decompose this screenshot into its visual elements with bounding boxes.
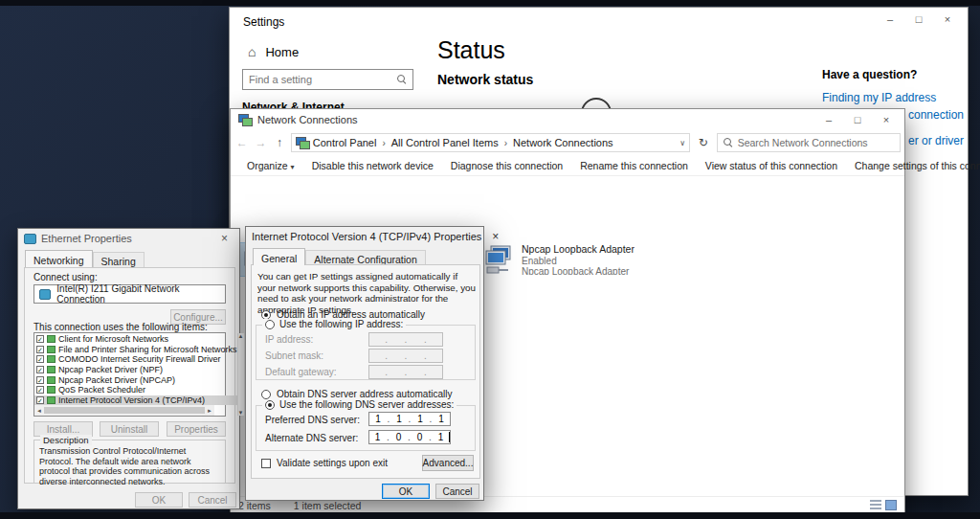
- search-icon: [724, 138, 733, 147]
- close-icon[interactable]: ×: [872, 110, 901, 129]
- network-status-heading: Network status: [437, 72, 533, 87]
- properties-button[interactable]: Properties: [167, 421, 226, 437]
- breadcrumb-item[interactable]: All Control Panel Items: [391, 137, 499, 148]
- back-icon[interactable]: ←: [234, 136, 250, 149]
- advanced-button[interactable]: Advanced...: [422, 455, 474, 471]
- nic-icon: [39, 289, 51, 300]
- gateway-row: Default gateway:: [265, 367, 337, 377]
- eth-titlebar: Ethernet Properties ×: [18, 229, 239, 248]
- occluded-link-fragment-1[interactable]: connection: [908, 108, 964, 122]
- close-icon[interactable]: ×: [486, 230, 504, 243]
- radio-selected-icon[interactable]: [265, 400, 275, 410]
- minimize-icon[interactable]: –: [876, 10, 904, 29]
- connection-tile-npcap[interactable]: Npcap Loopback Adapter Enabled Npcap Loo…: [479, 242, 652, 277]
- description-label: Description: [40, 435, 92, 445]
- selected-count: 1 item selected: [294, 500, 362, 511]
- home-label: Home: [265, 45, 299, 59]
- alternate-dns-field[interactable]: 1.0.0.1: [368, 430, 451, 444]
- list-item[interactable]: ✓File and Printer Sharing for Microsoft …: [34, 345, 237, 355]
- occluded-link-fragment-2[interactable]: er or driver: [908, 134, 964, 147]
- finding-ip-link[interactable]: Finding my IP address: [822, 91, 936, 104]
- change-settings-button[interactable]: Change settings of this connection: [846, 160, 980, 171]
- nc-titlebar: Network Connections – □ ×: [231, 109, 904, 130]
- rename-connection-button[interactable]: Rename this connection: [571, 160, 697, 171]
- tab-networking[interactable]: Networking: [25, 250, 93, 267]
- breadcrumb-separator: ›: [502, 138, 509, 148]
- tab-general[interactable]: General: [253, 248, 305, 265]
- disable-device-button[interactable]: Disable this network device: [303, 160, 442, 171]
- default-gateway-field: ...: [368, 365, 443, 379]
- scrollbar-thumb[interactable]: [44, 407, 205, 414]
- use-dns-radio-row[interactable]: Use the following DNS server addresses:: [262, 399, 457, 410]
- list-item[interactable]: ✓Npcap Packet Driver (NPCAP): [34, 374, 237, 385]
- use-ip-label: Use the following IP address:: [279, 319, 403, 329]
- close-icon[interactable]: ×: [215, 232, 234, 245]
- nc-search-placeholder: Search Network Connections: [738, 137, 868, 148]
- find-a-setting-input[interactable]: Find a setting: [242, 69, 413, 90]
- checkbox-checked-icon[interactable]: ✓: [36, 335, 44, 343]
- close-icon[interactable]: ×: [933, 10, 962, 29]
- checkbox-checked-icon[interactable]: ✓: [36, 386, 44, 394]
- obtain-dns-radio-row[interactable]: Obtain DNS server address automatically: [261, 389, 452, 399]
- horizontal-scrollbar[interactable]: ◄ ►: [34, 405, 214, 416]
- icons-view-icon[interactable]: [885, 500, 897, 510]
- maximize-icon[interactable]: □: [904, 10, 933, 29]
- list-item[interactable]: ✓Npcap Packet Driver (NPF): [34, 365, 237, 375]
- eth-tabstrip: Networking Sharing: [18, 248, 239, 267]
- sidebar-item-home[interactable]: ⌂ Home: [248, 44, 299, 59]
- minimize-icon[interactable]: –: [814, 110, 843, 129]
- uninstall-button[interactable]: Uninstall: [100, 421, 159, 437]
- use-dns-label: Use the following DNS server addresses:: [279, 399, 454, 410]
- connect-using-label-row: Connect using:: [33, 272, 98, 282]
- checkbox-checked-icon[interactable]: ✓: [36, 376, 44, 384]
- list-item[interactable]: ✓COMODO Internet Security Firewall Drive…: [34, 354, 237, 365]
- checkbox-checked-icon[interactable]: ✓: [36, 396, 44, 404]
- text-cursor: [449, 432, 450, 442]
- scroll-down-icon[interactable]: ▼: [238, 410, 244, 416]
- breadcrumb-item[interactable]: Network Connections: [513, 137, 613, 148]
- breadcrumb[interactable]: Control Panel › All Control Panel Items …: [291, 133, 690, 152]
- forward-icon[interactable]: →: [254, 136, 269, 149]
- up-icon[interactable]: ↑: [272, 136, 287, 149]
- ok-button[interactable]: OK: [135, 492, 183, 508]
- radio-selected-icon[interactable]: [261, 310, 271, 320]
- view-status-button[interactable]: View status of this connection: [697, 160, 846, 171]
- nc-search-input[interactable]: Search Network Connections: [717, 133, 901, 152]
- refresh-icon[interactable]: ↻: [694, 133, 712, 152]
- subnet-row: Subnet mask:: [265, 350, 323, 361]
- checkbox-checked-icon[interactable]: ✓: [36, 355, 44, 363]
- diagnose-connection-button[interactable]: Diagnose this connection: [442, 160, 571, 171]
- scroll-right-icon[interactable]: ►: [207, 408, 212, 414]
- list-item[interactable]: ✓QoS Packet Scheduler: [34, 385, 237, 395]
- list-item-selected[interactable]: ✓Internet Protocol Version 4 (TCP/IPv4): [34, 395, 237, 406]
- validate-checkbox-row[interactable]: Validate settings upon exit: [261, 458, 388, 468]
- search-placeholder: Find a setting: [249, 74, 397, 85]
- ipv4-dialog-title: Internet Protocol Version 4 (TCP/IPv4) P…: [252, 231, 481, 242]
- chevron-down-icon: ▾: [291, 163, 295, 171]
- scroll-up-icon[interactable]: ▲: [238, 333, 244, 339]
- breadcrumb-location-icon: [296, 137, 309, 148]
- ethernet-properties-dialog: Ethernet Properties × Networking Sharing…: [17, 228, 240, 509]
- cancel-button[interactable]: Cancel: [189, 492, 236, 508]
- list-item[interactable]: ✓Client for Microsoft Networks: [34, 334, 237, 345]
- organize-button[interactable]: Organize▾: [238, 160, 303, 171]
- checkbox-checked-icon[interactable]: ✓: [36, 346, 44, 353]
- item-count: 2 items: [238, 500, 271, 511]
- vertical-scrollbar[interactable]: ▲ ▼: [237, 333, 244, 416]
- ip-address-field: ...: [368, 332, 443, 347]
- checkbox-unchecked-icon[interactable]: [261, 459, 271, 468]
- breadcrumb-item[interactable]: Control Panel: [313, 137, 377, 148]
- radio-unselected-icon[interactable]: [265, 320, 275, 329]
- breadcrumb-separator: ›: [380, 138, 387, 148]
- checkbox-checked-icon[interactable]: ✓: [36, 366, 44, 373]
- cancel-button[interactable]: Cancel: [435, 484, 479, 499]
- details-view-icon[interactable]: [870, 500, 881, 510]
- use-ip-radio-row[interactable]: Use the following IP address:: [262, 319, 406, 329]
- maximize-icon[interactable]: □: [843, 110, 872, 129]
- connection-items-list[interactable]: ✓Client for Microsoft Networks ✓File and…: [33, 332, 226, 417]
- ok-button[interactable]: OK: [382, 484, 430, 499]
- chevron-down-icon[interactable]: ∨: [679, 139, 685, 147]
- radio-unselected-icon[interactable]: [261, 390, 271, 399]
- preferred-dns-field[interactable]: 1.1.1.1: [368, 412, 451, 426]
- scroll-left-icon[interactable]: ◄: [36, 408, 42, 414]
